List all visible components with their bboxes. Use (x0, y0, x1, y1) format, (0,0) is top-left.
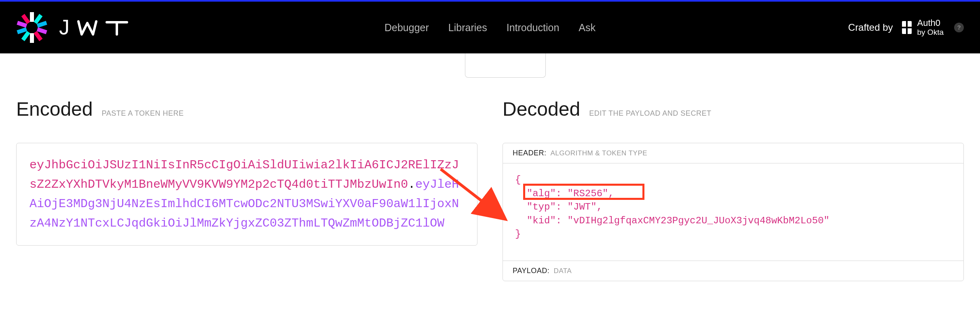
crafted-by-label: Crafted by (848, 22, 893, 33)
algorithm-dropdown[interactable] (465, 53, 546, 78)
decoded-column: Decoded EDIT THE PAYLOAD AND SECRET HEAD… (503, 98, 964, 281)
svg-rect-0 (30, 12, 34, 22)
json-typ-line: "typ": "JWT", (515, 200, 951, 214)
auth0-shield-icon (900, 20, 913, 35)
jwt-wordmark: JWT J (59, 17, 130, 38)
nav-right: Crafted by Auth0 by Okta ? (848, 18, 964, 36)
nav-ask[interactable]: Ask (579, 22, 596, 34)
auth0-text: Auth0 by Okta (917, 18, 944, 36)
svg-rect-1 (30, 33, 34, 43)
encoded-token-input[interactable]: eyJhbGciOiJSUzI1NiIsInR5cCIgOiAiSldUIiwi… (16, 143, 477, 246)
decoded-subtitle: EDIT THE PAYLOAD AND SECRET (589, 109, 711, 118)
nav-debugger[interactable]: Debugger (384, 22, 429, 34)
encoded-heading: Encoded (16, 98, 93, 120)
header-json-editor[interactable]: { "alg": "RS256", "typ": "JWT", "kid": "… (503, 163, 963, 261)
auth0-logo[interactable]: Auth0 by Okta (900, 18, 944, 36)
nav-introduction[interactable]: Introduction (507, 22, 560, 34)
token-separator-dot: . (408, 178, 415, 191)
json-close-brace: } (515, 227, 951, 241)
nav-brand[interactable]: JWT J (16, 12, 130, 43)
nav-libraries[interactable]: Libraries (448, 22, 487, 34)
decoded-heading: Decoded (503, 98, 580, 120)
auth0-sub-label: by Okta (917, 28, 944, 37)
payload-section-label: PAYLOAD: DATA (503, 261, 963, 281)
json-kid-line: "kid": "vDIHg2lgfqaxCMY23Pgyc2U_JUoX3jvq… (515, 214, 951, 228)
decoded-box: HEADER: ALGORITHM & TOKEN TYPE { "alg": … (503, 143, 964, 281)
payload-sublabel: DATA (553, 267, 572, 275)
encoded-title-row: Encoded PASTE A TOKEN HERE (16, 98, 477, 120)
main-content: Encoded PASTE A TOKEN HERE eyJhbGciOiJSU… (0, 53, 980, 281)
decoded-title-row: Decoded EDIT THE PAYLOAD AND SECRET (503, 98, 964, 120)
header-sublabel: ALGORITHM & TOKEN TYPE (551, 149, 648, 157)
help-icon[interactable]: ? (954, 23, 964, 32)
payload-label: PAYLOAD: (513, 267, 549, 275)
encoded-subtitle: PASTE A TOKEN HERE (102, 109, 184, 118)
token-header-segment: eyJhbGciOiJSUzI1NiIsInR5cCIgOiAiSldUIiwi… (30, 158, 459, 191)
svg-text:J: J (59, 17, 72, 38)
nav-links: Debugger Libraries Introduction Ask (384, 22, 596, 34)
annotation-highlight-box (523, 184, 644, 200)
navbar: JWT J Debugger Libraries Introduction As… (0, 2, 980, 53)
encoded-column: Encoded PASTE A TOKEN HERE eyJhbGciOiJSU… (16, 98, 477, 281)
header-label: HEADER: (513, 149, 547, 157)
auth0-main-label: Auth0 (917, 18, 944, 28)
header-section-label: HEADER: ALGORITHM & TOKEN TYPE (503, 143, 963, 163)
jwt-logo-icon (16, 12, 48, 43)
